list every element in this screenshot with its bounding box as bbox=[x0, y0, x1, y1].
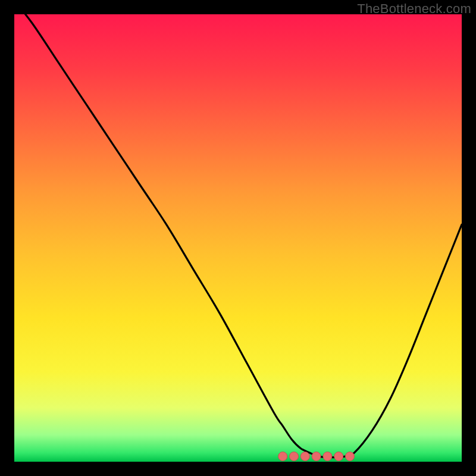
marker-dot bbox=[334, 452, 343, 461]
watermark-text: TheBottleneck.com bbox=[357, 1, 471, 17]
marker-dot bbox=[300, 452, 309, 461]
chart-frame bbox=[14, 14, 462, 462]
marker-dot bbox=[323, 452, 332, 461]
flat-region-markers bbox=[14, 14, 462, 462]
marker-dot bbox=[312, 452, 321, 461]
marker-dot bbox=[278, 452, 287, 461]
marker-dot bbox=[346, 452, 355, 461]
marker-dot bbox=[290, 452, 299, 461]
